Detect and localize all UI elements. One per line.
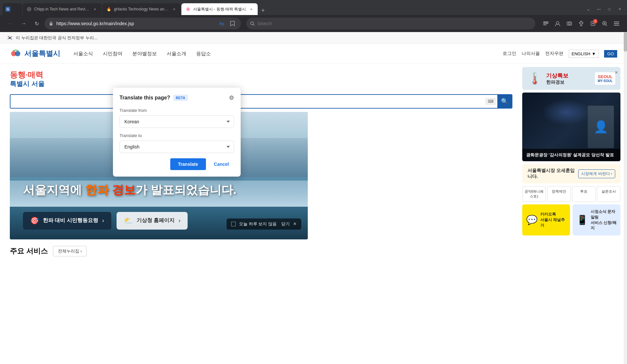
tab-ghacks2[interactable]: 🔥 gHacks Technology News and A... ×	[102, 3, 181, 15]
mayor-name: 서울특별시장 오세훈입니다.	[527, 168, 575, 179]
page-search[interactable]: ⌨ 🔍	[10, 94, 512, 109]
tab-close-ghacks2[interactable]: ×	[172, 7, 177, 12]
mail-btn[interactable]: 전자우편	[545, 51, 563, 57]
sms-line1: 시정소식 문자알림	[591, 209, 617, 220]
left-content: 동행·매력 특별시 서울 ⌨ 🔍	[0, 64, 522, 358]
back-button[interactable]: ←	[5, 18, 16, 29]
svg-point-8	[556, 22, 559, 24]
kakao-line1: 카카오톡	[540, 212, 566, 217]
search-input[interactable]	[257, 21, 531, 26]
kakao-icon: 💬	[526, 215, 538, 225]
maximize-button[interactable]: □	[605, 5, 614, 14]
site-logo-text: 서울특별시	[24, 49, 60, 59]
scrollbar[interactable]	[624, 32, 627, 364]
tab-seoul[interactable]: 🌸 서울특별시 - 동행·매력 특별시 ×	[181, 3, 258, 15]
site-brand: 동행·매력 특별시 서울	[0, 64, 522, 94]
screenshot-icon[interactable]	[564, 18, 575, 29]
tab-close-chipp[interactable]: ×	[92, 7, 98, 12]
nav-item-4[interactable]: 서울소개	[167, 51, 186, 57]
browser-chrome: G Chipp.in Tech News and Review... × 🔥 g…	[0, 0, 627, 32]
weather-subtitle: 한파경보	[546, 79, 568, 85]
news-card-overlay: 광화문광장 '감사의정원' 설계공모 당선작 발표	[522, 149, 620, 161]
nav-item-news[interactable]: 서울소식	[73, 51, 93, 57]
minimize-button[interactable]: —	[594, 5, 603, 14]
extensions-icon[interactable]	[576, 18, 586, 29]
to-label: Translate to	[120, 133, 234, 138]
beta-badge: BETA	[174, 95, 188, 101]
zoom-icon[interactable]	[599, 18, 610, 29]
tab-controls: ⌄ — □ ×	[584, 5, 624, 15]
news-title: 광화문광장 '감사의정원' 설계공모 당선작 발표	[526, 152, 617, 158]
search-bar[interactable]	[246, 18, 535, 29]
search-icon	[250, 21, 255, 26]
gear-icon[interactable]: ⚙	[229, 94, 234, 101]
hero-text-part3: 가 발표되었습니다.	[136, 183, 236, 197]
nav-item-2[interactable]: 시민참여	[103, 51, 122, 57]
hero-text-highlight2: 경보	[112, 183, 136, 197]
lang-select[interactable]: ENGLISH ▼	[569, 50, 599, 58]
url-bar-actions: A 文	[217, 19, 237, 28]
from-label: Translate from	[120, 108, 234, 113]
login-btn[interactable]: 로그인	[503, 51, 516, 57]
kr-flag-icon: 🇰🇷	[7, 35, 13, 41]
from-select[interactable]: Korean	[120, 115, 234, 128]
svg-rect-7	[543, 25, 546, 25]
account-icon[interactable]	[552, 18, 563, 29]
hero-btn-action-arrow: ›	[102, 217, 104, 224]
scrollbar-thumb[interactable]	[624, 32, 627, 52]
hero-btn-weather[interactable]: ⛅ 기상청 홈페이지 ›	[117, 212, 188, 230]
reload-button[interactable]: ↻	[31, 18, 42, 29]
go-button[interactable]: GO	[604, 50, 617, 58]
policy-btn-manifesto[interactable]: 공약(매니페스토)	[522, 186, 546, 202]
close-checkbox[interactable]	[231, 222, 236, 226]
my-seoul-btn[interactable]: 나의서울	[522, 51, 540, 57]
tab-label-ghacks2: gHacks Technology News and A...	[114, 7, 169, 11]
notification-text: 이 누리집은 대한민국 공식 전자정부 누리...	[16, 35, 98, 41]
translate-button[interactable]: Translate	[170, 158, 206, 170]
bookmarks-icon[interactable]	[541, 18, 551, 29]
tab-list-button[interactable]: ⌄	[584, 5, 593, 14]
tab-bar: G Chipp.in Tech News and Review... × 🔥 g…	[0, 0, 627, 15]
policy-btn-proposal[interactable]: 정책제안	[547, 186, 571, 202]
search-button[interactable]: 🔍	[497, 95, 512, 108]
nav-item-3[interactable]: 분야별정보	[132, 51, 157, 57]
hero-btn-action[interactable]: 🎯 한파 대비 시민행동요령 ›	[23, 212, 111, 230]
policy-btn-vote[interactable]: 투표	[572, 186, 596, 202]
url-bar[interactable]: https://www.seoul.go.kr/main/index.jsp A…	[45, 18, 241, 29]
brand-line1: 동행·매력	[10, 70, 512, 80]
hero-close-btn[interactable]: 닫기	[281, 221, 290, 227]
hero-text-part2	[109, 183, 112, 197]
cancel-button[interactable]: Cancel	[209, 158, 234, 170]
translate-icon[interactable]: A 文	[217, 19, 227, 28]
addon-badge-icon[interactable]: 3	[588, 18, 598, 29]
svg-line-4	[253, 25, 255, 26]
forward-button[interactable]: →	[18, 18, 29, 29]
kakao-card[interactable]: 💬 카카오톡 서울시 채널추가	[522, 204, 570, 235]
section-link[interactable]: 전체누리집 ›	[53, 246, 87, 256]
new-tab-button[interactable]: +	[258, 6, 267, 15]
nav-item-response[interactable]: 응답소	[196, 51, 211, 57]
hero-btn-weather-label: 기상청 홈페이지	[137, 217, 175, 224]
page-search-input[interactable]	[10, 99, 484, 104]
tab-favicon-ghacks2: 🔥	[106, 7, 111, 12]
section-header: 주요 서비스 전체누리집 ›	[10, 246, 512, 256]
tab-chipp[interactable]: Chipp.in Tech News and Review... ×	[23, 3, 101, 15]
bookmark-icon[interactable]	[228, 19, 237, 28]
weather-close-btn[interactable]: ×	[615, 70, 618, 76]
sms-card[interactable]: 📱 시정소식 문자알림 서비스 신청/해지	[573, 204, 620, 235]
svg-point-22	[15, 51, 20, 56]
policy-btn-survey[interactable]: 설문조사	[597, 186, 620, 202]
menu-icon[interactable]	[611, 18, 622, 29]
tab-favicon-seoul: 🌸	[185, 7, 191, 12]
hero-btn-weather-icon: ⛅	[124, 217, 133, 225]
tab-label-seoul: 서울특별시 - 동행·매력 특별시	[193, 7, 246, 12]
tab-close-seoul[interactable]: ×	[249, 7, 254, 12]
translate-popup: Translate this page? BETA ⚙ Translate fr…	[113, 88, 241, 177]
to-select[interactable]: English	[120, 141, 234, 153]
tab-ghacks-pinned[interactable]: G	[3, 3, 22, 15]
mayor-link[interactable]: 시장에게 바란다 ›	[578, 169, 615, 178]
service-cards-row: 💬 카카오톡 서울시 채널추가 📱 시정소식 문자알림 서비스 신청/해지	[522, 204, 620, 235]
close-button[interactable]: ×	[615, 5, 624, 14]
hero-close-x-icon[interactable]: ✕	[293, 221, 297, 226]
keyboard-icon[interactable]: ⌨	[485, 98, 496, 105]
